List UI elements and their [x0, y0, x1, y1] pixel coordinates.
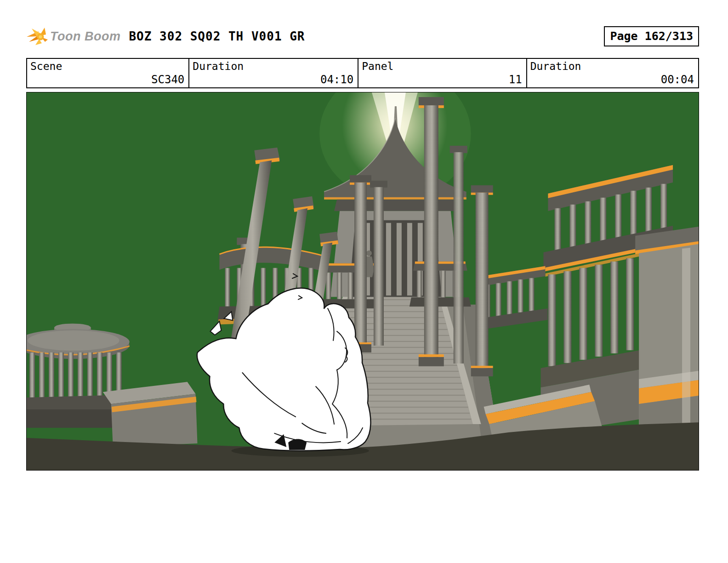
document-title: BOZ 302 SQ02 TH V001 GR [129, 29, 305, 43]
info-cell-scene: Scene SC340 [27, 59, 189, 87]
scene-label: Scene [30, 60, 62, 72]
brand-text: Toon Boom [50, 29, 120, 44]
scene-duration-value: 04:10 [320, 73, 353, 86]
scene-duration-label: Duration [193, 60, 244, 72]
page-number-box: Page 162/313 [604, 26, 699, 46]
info-cell-panel-duration: Duration 00:04 [527, 59, 698, 87]
page-header: Toon Boom BOZ 302 SQ02 TH V001 GR Page 1… [26, 23, 699, 50]
info-cell-panel: Panel 11 [358, 59, 527, 87]
panel-duration-value: 00:04 [661, 73, 694, 86]
panel-label: Panel [362, 60, 393, 72]
toonboom-logo: Toon Boom [26, 27, 120, 46]
toonboom-starburst-icon [26, 27, 48, 46]
storyboard-page: Toon Boom BOZ 302 SQ02 TH V001 GR Page 1… [0, 0, 728, 563]
panel-duration-label: Duration [530, 60, 581, 72]
panel-artwork [27, 92, 699, 470]
left-block-building [103, 382, 198, 447]
panel-value: 11 [509, 73, 522, 86]
scene-value: SC340 [151, 73, 184, 86]
storyboard-panel-image [26, 92, 699, 471]
panel-info-table: Scene SC340 Duration 04:10 Panel 11 Dura… [26, 58, 699, 88]
info-cell-scene-duration: Duration 04:10 [189, 59, 358, 87]
